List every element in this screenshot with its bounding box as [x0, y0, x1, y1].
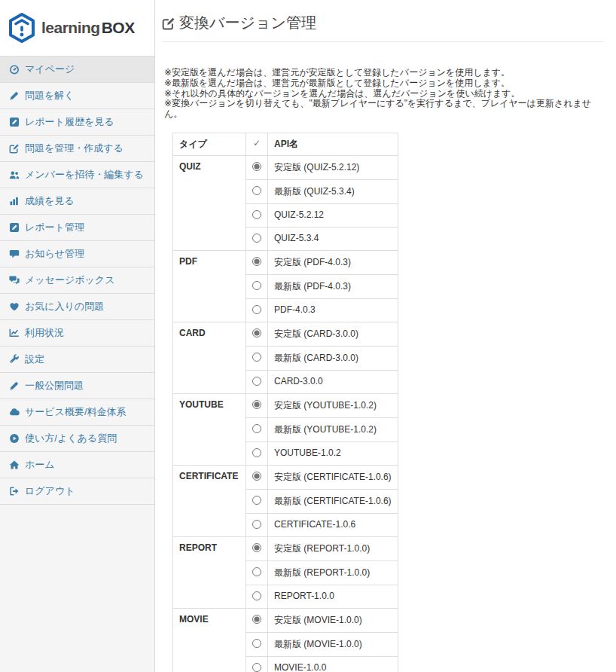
type-cell: CARD [173, 322, 246, 393]
api-name-cell: REPORT-1.0.0 [268, 585, 398, 608]
version-radio[interactable] [252, 328, 261, 338]
radio-cell [246, 465, 268, 489]
sidebar-item-12[interactable]: 一般公開問題 [0, 373, 154, 399]
radio-cell [246, 155, 268, 179]
version-radio[interactable] [252, 353, 261, 362]
version-radio[interactable] [252, 281, 261, 290]
version-radio[interactable] [252, 591, 261, 600]
radio-cell [246, 179, 268, 203]
radio-cell [246, 608, 268, 632]
radio-cell [246, 203, 268, 227]
sign-out-icon [9, 486, 20, 496]
radio-cell [246, 417, 268, 441]
version-radio[interactable] [252, 448, 261, 457]
version-radio[interactable] [252, 639, 261, 648]
radio-cell [246, 298, 268, 322]
api-name-cell: 最新版 (YOUTUBE-1.0.2) [268, 417, 398, 441]
version-radio[interactable] [252, 162, 261, 171]
api-name-cell: 最新版 (QUIZ-5.3.4) [268, 179, 398, 203]
edit-icon [162, 17, 175, 30]
api-name-cell: 最新版 (CERTIFICATE-1.0.6) [268, 489, 398, 513]
version-radio[interactable] [252, 567, 261, 576]
api-name-cell: YOUTUBE-1.0.2 [268, 441, 398, 465]
radio-cell [246, 561, 268, 585]
version-radio[interactable] [252, 210, 261, 219]
api-name-cell: 最新版 (PDF-4.0.3) [268, 274, 398, 298]
sidebar-item-3[interactable]: 問題を管理・作成する [0, 136, 154, 162]
radio-cell [246, 632, 268, 656]
pencil-icon [9, 90, 20, 101]
api-name-cell: PDF-4.0.3 [268, 298, 398, 322]
sidebar-item-7[interactable]: お知らせ管理 [0, 241, 154, 267]
pencil-square-icon [9, 117, 20, 127]
type-cell: MOVIE [173, 608, 246, 672]
table-row: YOUTUBE安定版 (YOUTUBE-1.0.2) [173, 393, 398, 417]
sidebar-item-14[interactable]: 使い方/よくある質問 [0, 426, 154, 452]
note-line: ※変換バージョンを切り替えても、"最新プレイヤーにする"を実行するまで、プレイヤ… [164, 99, 604, 120]
sidebar-item-13[interactable]: サービス概要/料金体系 [0, 399, 154, 426]
version-radio[interactable] [252, 520, 261, 529]
version-radio[interactable] [252, 424, 261, 433]
table-row: REPORT安定版 (REPORT-1.0.0) [173, 536, 398, 561]
sidebar-item-15[interactable]: ホーム [0, 452, 154, 478]
notes-block: ※安定版を選んだ場合は、運営元が安定版として登録したバージョンを使用します。※最… [164, 68, 604, 120]
sidebar-item-10[interactable]: 利用状況 [0, 320, 154, 347]
version-radio[interactable] [252, 496, 261, 505]
api-name-cell: QUIZ-5.3.4 [268, 227, 398, 250]
sidebar-item-16[interactable]: ログアウト [0, 478, 154, 505]
pencil-square-icon [9, 222, 20, 233]
sidebar-item-1[interactable]: 問題を解く [0, 83, 154, 109]
home-icon [9, 460, 20, 470]
version-radio[interactable] [252, 186, 261, 195]
sidebar-item-2[interactable]: レポート履歴を見る [0, 109, 154, 136]
cloud-icon [9, 407, 20, 417]
version-radio[interactable] [252, 377, 261, 386]
header-type: タイプ [173, 133, 246, 155]
comment-icon [9, 249, 20, 259]
radio-cell [246, 513, 268, 536]
play-circle-icon [9, 433, 20, 444]
api-name-cell: 安定版 (YOUTUBE-1.0.2) [268, 393, 398, 417]
table-row: PDF安定版 (PDF-4.0.3) [173, 250, 398, 274]
radio-cell [246, 346, 268, 370]
sidebar-item-4[interactable]: メンバーを招待・編集する [0, 162, 154, 188]
app-logo[interactable]: learningBOX [0, 0, 154, 56]
version-radio[interactable] [252, 663, 261, 672]
page-title: 変換バージョン管理 [162, 13, 604, 33]
radio-cell [246, 322, 268, 346]
api-name-cell: 安定版 (PDF-4.0.3) [268, 250, 398, 274]
radio-cell [246, 489, 268, 513]
sidebar: learningBOX マイページ問題を解くレポート履歴を見る問題を管理・作成す… [0, 0, 155, 672]
radio-cell [246, 585, 268, 608]
api-name-cell: CARD-3.0.0 [268, 370, 398, 393]
version-radio[interactable] [252, 234, 261, 243]
sidebar-item-6[interactable]: レポート管理 [0, 215, 154, 241]
wrench-icon [9, 354, 20, 365]
edit-icon [9, 143, 20, 154]
type-cell: QUIZ [173, 155, 246, 250]
table-row: MOVIE安定版 (MOVIE-1.0.0) [173, 608, 398, 632]
api-name-cell: 安定版 (REPORT-1.0.0) [268, 536, 398, 561]
api-name-cell: 安定版 (CARD-3.0.0) [268, 322, 398, 346]
version-radio[interactable] [252, 615, 261, 624]
sidebar-item-9[interactable]: お気に入りの問題 [0, 294, 154, 320]
learningbox-cube-icon [8, 12, 36, 44]
sidebar-item-5[interactable]: 成績を見る [0, 188, 154, 215]
table-header-row: タイプ ✓ API名 [173, 133, 398, 155]
sidebar-item-11[interactable]: 設定 [0, 347, 154, 373]
api-name-cell: 最新版 (MOVIE-1.0.0) [268, 632, 398, 656]
version-radio[interactable] [252, 305, 261, 314]
version-radio[interactable] [252, 400, 261, 409]
version-radio[interactable] [252, 472, 261, 481]
line-chart-icon [9, 328, 20, 338]
header-check-icon: ✓ [246, 133, 268, 155]
version-radio[interactable] [252, 543, 261, 552]
api-name-cell: 最新版 (CARD-3.0.0) [268, 346, 398, 370]
sidebar-item-8[interactable]: メッセージボックス [0, 267, 154, 294]
radio-cell [246, 370, 268, 393]
radio-cell [246, 274, 268, 298]
api-name-cell: 安定版 (CERTIFICATE-1.0.6) [268, 465, 398, 489]
version-radio[interactable] [252, 257, 261, 266]
sidebar-item-0[interactable]: マイページ [0, 57, 154, 83]
table-row: CARD安定版 (CARD-3.0.0) [173, 322, 398, 346]
